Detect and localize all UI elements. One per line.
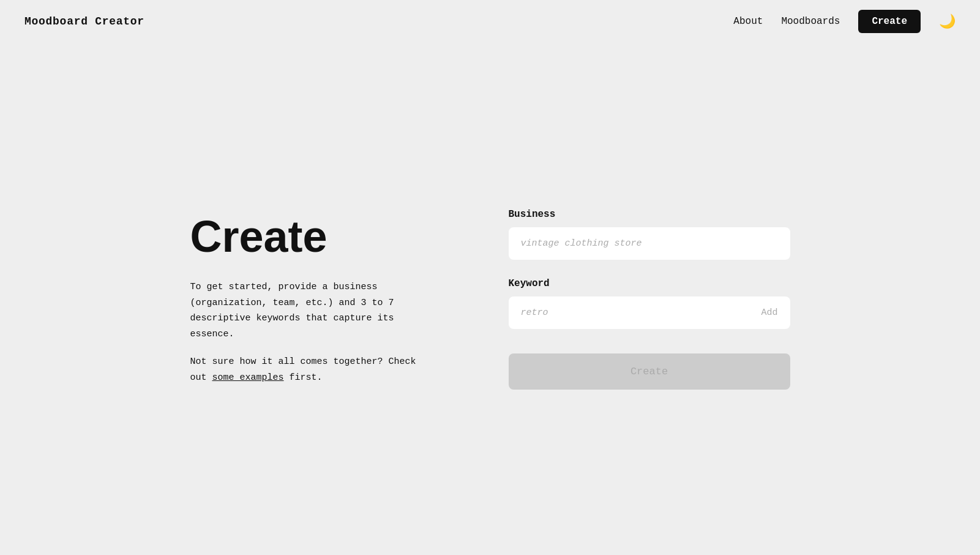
keyword-input[interactable]	[509, 296, 749, 329]
keyword-form-group: Keyword Add	[509, 278, 790, 329]
business-input[interactable]	[509, 227, 790, 260]
examples-suffix: first.	[284, 372, 323, 383]
keyword-row: Add	[509, 296, 790, 329]
business-form-group: Business	[509, 209, 790, 260]
nav-moodboards-link[interactable]: Moodboards	[781, 16, 840, 27]
navbar: Moodboard Creator About Moodboards Creat…	[0, 0, 980, 43]
description-text: To get started, provide a business (orga…	[190, 279, 435, 342]
main-content: Create To get started, provide a busines…	[0, 43, 980, 555]
form-section: Business Keyword Add Create	[509, 209, 790, 390]
page-title: Create	[190, 213, 435, 261]
dark-mode-toggle-button[interactable]: 🌙	[939, 13, 956, 29]
left-section: Create To get started, provide a busines…	[190, 213, 435, 385]
nav-create-button[interactable]: Create	[858, 10, 921, 33]
examples-link[interactable]: some examples	[212, 372, 284, 383]
moon-icon: 🌙	[939, 13, 956, 29]
create-moodboard-button[interactable]: Create	[509, 353, 790, 390]
nav-about-link[interactable]: About	[733, 16, 763, 27]
site-logo[interactable]: Moodboard Creator	[24, 15, 144, 28]
business-label: Business	[509, 209, 790, 220]
keyword-label: Keyword	[509, 278, 790, 289]
add-keyword-button[interactable]: Add	[749, 296, 790, 329]
nav-right: About Moodboards Create 🌙	[733, 10, 956, 33]
examples-text: Not sure how it all comes together? Chec…	[190, 354, 435, 385]
